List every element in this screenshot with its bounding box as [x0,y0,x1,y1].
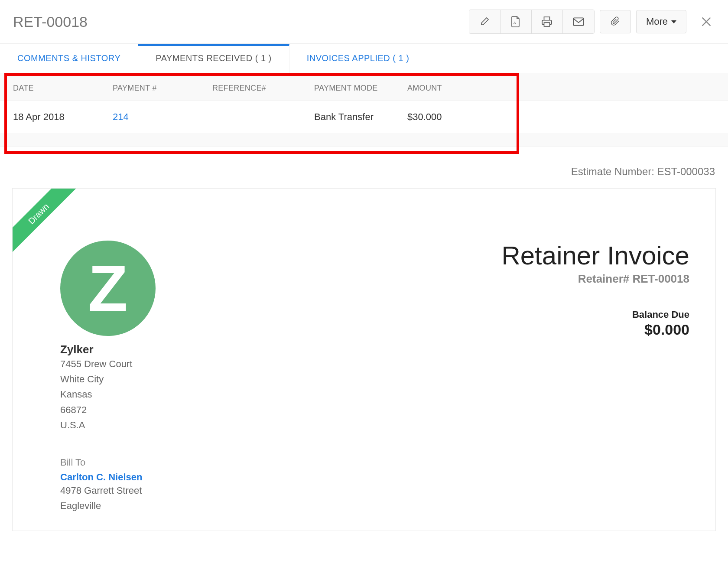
status-ribbon: Drawn [13,189,82,258]
balance-due-amount: $0.000 [501,321,689,338]
bill-to-name[interactable]: Carlton C. Nielsen [60,472,156,483]
logo-letter: Z [88,251,128,326]
pdf-button[interactable]: A [500,10,532,33]
tab-invoices-applied[interactable]: INVOICES APPLIED ( 1 ) [289,44,427,73]
balance-due-label: Balance Due [501,309,689,320]
company-name: Zylker [60,343,156,356]
bill-to-addr2: Eagleville [60,498,156,513]
print-icon [541,16,552,27]
col-header-payment: PAYMENT # [113,84,212,93]
svg-rect-2 [573,18,584,25]
paperclip-icon [611,16,620,27]
cell-amount: $30.000 [407,111,503,123]
col-header-reference: REFERENCE# [212,84,314,93]
company-block: Z Zylker 7455 Drew Court White City Kans… [60,241,156,513]
close-icon [700,16,712,28]
ribbon-label: Drawn [13,189,81,257]
page-title: RET-00018 [13,13,88,30]
email-button[interactable] [563,10,594,33]
tab-comments-history[interactable]: COMMENTS & HISTORY [0,44,138,73]
attach-button[interactable] [600,10,631,33]
pdf-icon: A [511,16,520,27]
company-addr1: 7455 Drew Court [60,356,156,371]
table-header: DATE PAYMENT # REFERENCE# PAYMENT MODE A… [0,73,728,101]
col-header-amount: AMOUNT [407,84,503,93]
tab-payments-received[interactable]: PAYMENTS RECEIVED ( 1 ) [138,44,289,73]
retainer-number: Retainer# RET-00018 [501,272,689,286]
more-label: More [646,16,668,27]
pencil-icon [479,16,490,27]
estimate-number: Estimate Number: EST-000033 [0,147,728,188]
svg-rect-1 [544,23,550,26]
table-row: 18 Apr 2018 214 Bank Transfer $30.000 [0,101,728,133]
edit-button[interactable] [469,10,500,33]
action-button-group: A [469,10,595,34]
company-addr4: 66872 [60,402,156,417]
invoice-summary: Retainer Invoice Retainer# RET-00018 Bal… [501,241,689,513]
cell-payment-link[interactable]: 214 [113,111,212,123]
cell-mode: Bank Transfer [314,111,407,123]
close-button[interactable] [698,13,715,30]
col-header-date: DATE [13,84,113,93]
invoice-card: Drawn Z Zylker 7455 Drew Court White Cit… [12,188,716,531]
cell-reference [212,111,314,123]
caret-down-icon [671,20,676,23]
bill-to-label: Bill To [60,457,156,468]
payments-table-container: DATE PAYMENT # REFERENCE# PAYMENT MODE A… [0,73,728,147]
header-actions: A More [469,10,715,34]
email-icon [573,17,584,26]
cell-date: 18 Apr 2018 [13,111,113,123]
tabs: COMMENTS & HISTORY PAYMENTS RECEIVED ( 1… [0,43,728,73]
bill-to-addr1: 4978 Garrett Street [60,483,156,498]
more-button[interactable]: More [636,10,686,33]
print-button[interactable] [532,10,563,33]
col-header-mode: PAYMENT MODE [314,84,407,93]
company-addr2: White City [60,371,156,387]
company-addr5: U.S.A [60,417,156,433]
company-addr3: Kansas [60,387,156,402]
svg-text:A: A [514,21,516,25]
invoice-title: Retainer Invoice [501,241,689,270]
